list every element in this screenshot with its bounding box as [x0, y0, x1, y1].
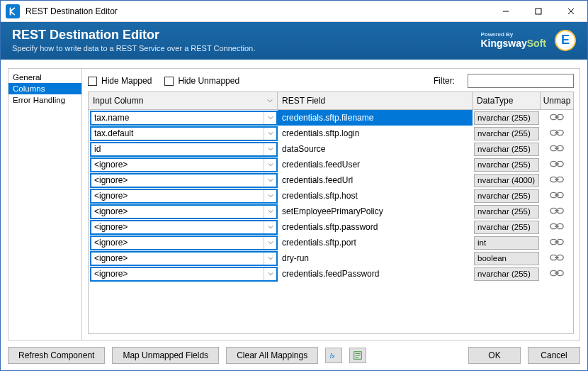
table-row[interactable]: tax.defaultcredentials.sftp.loginnvarcha…	[89, 126, 573, 141]
unmap-button[interactable]	[549, 190, 565, 202]
clear-all-mappings-button[interactable]: Clear All Mappings	[226, 347, 318, 364]
nav-item-error-handling[interactable]: Error Handling	[9, 94, 81, 106]
page-subtitle: Specify how to write data to a REST Serv…	[12, 44, 480, 52]
svg-rect-27	[555, 241, 559, 243]
svg-rect-6	[555, 132, 559, 133]
unmap-button[interactable]	[549, 159, 565, 171]
input-column-select[interactable]: <ignore>	[90, 251, 278, 266]
chevron-down-icon	[264, 253, 276, 265]
hide-unmapped-label: Hide Unmapped	[178, 76, 239, 86]
rest-field-cell[interactable]: dataSource	[278, 141, 473, 157]
svg-rect-24	[555, 226, 559, 227]
nav-item-general[interactable]: General	[9, 72, 81, 83]
minimize-button[interactable]	[490, 1, 522, 21]
input-column-value: <ignore>	[91, 222, 264, 232]
bottom-toolbar: Refresh Component Map Unmapped Fields Cl…	[8, 346, 580, 365]
unmap-button[interactable]	[549, 175, 565, 187]
chevron-down-icon	[264, 221, 276, 233]
ok-button[interactable]: OK	[468, 347, 521, 364]
close-button[interactable]	[555, 1, 587, 21]
datatype-value: nvarchar (255)	[474, 221, 539, 234]
input-column-select[interactable]: <ignore>	[90, 236, 278, 250]
chevron-down-icon	[264, 206, 276, 218]
svg-rect-21	[555, 210, 559, 211]
rest-field-cell[interactable]: credentials.feedPassword	[278, 266, 473, 282]
input-column-select[interactable]: <ignore>	[90, 173, 278, 188]
refresh-component-button[interactable]: Refresh Component	[8, 347, 105, 364]
chevron-down-icon	[264, 190, 276, 202]
rest-field-cell[interactable]: credentials.feedUser	[278, 157, 473, 172]
table-row[interactable]: tax.namecredentials.sftp.filenamenvarcha…	[89, 110, 573, 126]
rest-field-cell[interactable]: credentials.sftp.login	[278, 126, 473, 141]
input-column-select[interactable]: <ignore>	[90, 220, 278, 235]
svg-rect-30	[555, 257, 559, 258]
map-unmapped-fields-button[interactable]: Map Unmapped Fields	[112, 347, 219, 364]
unmap-button[interactable]	[549, 268, 565, 280]
unmap-button[interactable]	[549, 143, 565, 155]
svg-rect-9	[555, 148, 559, 149]
unmap-button[interactable]	[549, 253, 565, 265]
header-rest-field[interactable]: REST Field	[278, 92, 473, 109]
rest-field-cell[interactable]: credentials.sftp.host	[278, 188, 473, 204]
rest-field-cell[interactable]: credentials.sftp.password	[278, 219, 473, 235]
chevron-down-icon	[264, 175, 276, 187]
table-row[interactable]: <ignore>credentials.sftp.hostnvarchar (2…	[89, 188, 573, 204]
datatype-value: boolean	[474, 252, 539, 265]
input-column-select[interactable]: id	[90, 142, 278, 157]
input-column-value: <ignore>	[91, 206, 264, 216]
rest-field-cell[interactable]: setEmployeePrimaryPolicy	[278, 204, 473, 219]
table-row[interactable]: <ignore>credentials.feedUrlnvarchar (400…	[89, 172, 573, 188]
chevron-down-icon	[264, 159, 276, 171]
maximize-button[interactable]	[522, 1, 555, 21]
input-column-select[interactable]: <ignore>	[90, 204, 278, 219]
input-column-value: <ignore>	[91, 160, 264, 170]
input-column-select[interactable]: tax.default	[90, 126, 278, 141]
nav-item-columns[interactable]: Columns	[9, 83, 81, 94]
table-row[interactable]: iddataSourcenvarchar (255)	[89, 141, 573, 157]
input-column-value: <ignore>	[91, 253, 264, 263]
input-column-value: <ignore>	[91, 175, 264, 185]
input-column-select[interactable]: <ignore>	[90, 189, 278, 204]
hide-mapped-checkbox[interactable]: Hide Mapped	[88, 76, 152, 86]
expression-fx-button[interactable]: fx	[325, 348, 342, 363]
header-datatype[interactable]: DataType	[473, 92, 541, 109]
input-column-select[interactable]: <ignore>	[90, 267, 278, 282]
filter-input[interactable]	[468, 74, 574, 88]
unmap-button[interactable]	[549, 112, 565, 124]
table-row[interactable]: <ignore>credentials.sftp.passwordnvarcha…	[89, 219, 573, 235]
options-row: Hide Mapped Hide Unmapped Filter:	[88, 73, 574, 89]
table-row[interactable]: <ignore>credentials.feedPasswordnvarchar…	[89, 266, 573, 282]
unmap-button[interactable]	[549, 128, 565, 140]
script-button[interactable]	[349, 348, 366, 363]
svg-rect-15	[555, 179, 559, 180]
input-column-select[interactable]: tax.name	[90, 111, 278, 126]
table-row[interactable]: <ignore>setEmployeePrimaryPolicynvarchar…	[89, 204, 573, 219]
input-column-select[interactable]: <ignore>	[90, 157, 278, 172]
svg-rect-0	[536, 9, 541, 14]
rest-field-cell[interactable]: credentials.feedUrl	[278, 172, 473, 188]
grid-header-row: Input Column REST Field DataType Unmap	[89, 92, 573, 110]
header-input-column[interactable]: Input Column	[89, 92, 278, 109]
svg-rect-3	[555, 116, 559, 118]
unmap-button[interactable]	[549, 206, 565, 218]
unmap-button[interactable]	[549, 221, 565, 233]
table-row[interactable]: <ignore>dry-runboolean	[89, 250, 573, 266]
chevron-down-icon	[264, 112, 276, 124]
table-row[interactable]: <ignore>credentials.sftp.portint	[89, 235, 573, 250]
chevron-down-icon	[267, 96, 273, 106]
brand-block: Powered By KingswaySoft E	[480, 30, 576, 51]
input-column-value: <ignore>	[91, 238, 264, 248]
datatype-value: nvarchar (255)	[474, 205, 539, 218]
chevron-down-icon	[264, 268, 276, 280]
header-unmap[interactable]: Unmap	[541, 92, 573, 109]
datatype-value: nvarchar (255)	[474, 189, 539, 203]
hide-unmapped-checkbox[interactable]: Hide Unmapped	[164, 76, 239, 86]
unmap-button[interactable]	[549, 237, 565, 249]
svg-rect-12	[555, 163, 559, 165]
rest-field-cell[interactable]: dry-run	[278, 250, 473, 266]
rest-field-cell[interactable]: credentials.sftp.port	[278, 235, 473, 250]
table-row[interactable]: <ignore>credentials.feedUsernvarchar (25…	[89, 157, 573, 172]
rest-field-cell[interactable]: credentials.sftp.filename	[278, 110, 473, 126]
cancel-button[interactable]: Cancel	[528, 347, 580, 364]
window-title: REST Destination Editor	[26, 6, 490, 16]
